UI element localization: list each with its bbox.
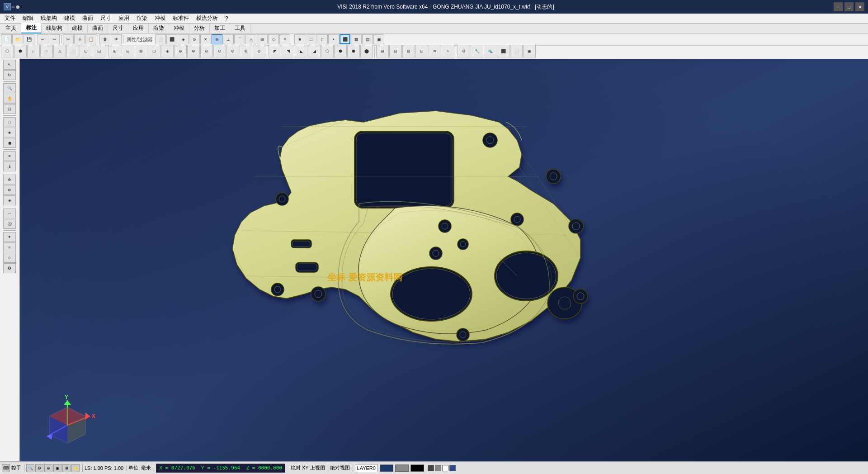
img-btn11[interactable]: ⊛ xyxy=(240,45,252,57)
img-btn1[interactable]: ⊞ xyxy=(108,45,121,57)
tab-render[interactable]: 渲染 xyxy=(149,24,169,33)
lp-pan[interactable]: ✋ xyxy=(3,94,16,104)
snap-nearest[interactable]: ⊞ xyxy=(257,34,268,44)
img-btn7[interactable]: ⊗ xyxy=(187,45,200,57)
tab-machining[interactable]: 加工 xyxy=(210,24,230,33)
menu-file[interactable]: 文件 xyxy=(1,14,19,23)
tb-redo[interactable]: ↪ xyxy=(49,34,60,44)
menu-dimension[interactable]: 尺寸 xyxy=(97,14,115,23)
snap-tangent[interactable]: ⌒ xyxy=(234,34,245,44)
tab-home[interactable]: 主页 xyxy=(1,24,21,33)
img-btn2[interactable]: ⊟ xyxy=(122,45,134,57)
snap-filter-btn[interactable]: ≡ xyxy=(279,34,290,44)
wp-btn4[interactable]: ⊡ xyxy=(415,45,428,57)
menu-standard[interactable]: 标准件 xyxy=(169,14,193,23)
sb-icon6[interactable]: ⭐ xyxy=(71,464,80,472)
menu-stamp[interactable]: 冲模 xyxy=(151,14,169,23)
tb-delete[interactable]: 🗑 xyxy=(99,34,110,44)
filter-vertex[interactable]: ▣ xyxy=(373,34,384,44)
snap-perpend[interactable]: ⊥ xyxy=(223,34,234,44)
filter-surface[interactable]: □ xyxy=(306,34,316,44)
menu-surface[interactable]: 曲面 xyxy=(79,14,97,23)
tb-save[interactable]: 💾 xyxy=(24,34,34,44)
lp-annotation[interactable]: Ⓐ xyxy=(3,219,16,229)
wp-btn1[interactable]: ⊞ xyxy=(376,45,389,57)
wp-btn2[interactable]: ⊟ xyxy=(389,45,402,57)
fill1[interactable] xyxy=(428,465,434,471)
lp-layer[interactable]: ≡ xyxy=(3,151,16,161)
tb-hide[interactable]: 👁 xyxy=(111,34,122,44)
minimize-button[interactable]: ─ xyxy=(834,2,843,11)
img-btn8[interactable]: ⊘ xyxy=(200,45,213,57)
tb-paste[interactable]: 📋 xyxy=(85,34,96,44)
view-btn7[interactable]: ⬣ xyxy=(347,45,360,57)
filter-edge[interactable]: ▤ xyxy=(362,34,373,44)
tab-annotation[interactable]: 标注 xyxy=(21,23,42,33)
view-btn2[interactable]: ◥ xyxy=(282,45,294,57)
shape-btn6[interactable]: ⬜ xyxy=(66,45,79,57)
tb-open[interactable]: 📁 xyxy=(12,34,23,44)
color-swatch2[interactable] xyxy=(395,465,409,472)
lp-fit[interactable]: ⊡ xyxy=(3,104,16,114)
wp-btn5[interactable]: ≋ xyxy=(429,45,441,57)
view-btn4[interactable]: ◢ xyxy=(308,45,321,57)
snap-node[interactable]: ✕ xyxy=(200,34,211,44)
sys-btn4[interactable]: ⬛ xyxy=(497,45,509,57)
lp-zoom[interactable]: 🔍 xyxy=(3,83,16,93)
tab-surface[interactable]: 曲面 xyxy=(88,24,108,33)
lp-snap3[interactable]: ◈ xyxy=(3,195,16,205)
shape-btn7[interactable]: ⊡ xyxy=(80,45,92,57)
menu-wireframe[interactable]: 线架构 xyxy=(37,14,61,23)
lp-misc1[interactable]: ✦ xyxy=(3,232,16,242)
snap-quad[interactable]: ◇ xyxy=(268,34,279,44)
shape-btn4[interactable]: ○ xyxy=(40,45,53,57)
tb-new[interactable]: 📄 xyxy=(1,34,12,44)
fill4[interactable] xyxy=(449,465,456,471)
viewport[interactable]: 坐标 爱资源资料网 X Y xyxy=(20,59,868,461)
color-swatch3[interactable] xyxy=(410,465,424,472)
tab-modeling[interactable]: 建模 xyxy=(67,24,88,33)
tb-undo[interactable]: ↩ xyxy=(38,34,48,44)
view-btn3[interactable]: ◣ xyxy=(295,45,307,57)
img-btn4[interactable]: ⊡ xyxy=(148,45,160,57)
filter-wire[interactable]: ◻ xyxy=(317,34,328,44)
restore-button[interactable]: □ xyxy=(844,2,854,11)
lp-misc3[interactable]: ✩ xyxy=(3,253,16,263)
tab-application[interactable]: 应用 xyxy=(128,24,149,33)
sys-btn6[interactable]: ▣ xyxy=(523,45,536,57)
menu-model[interactable]: 建模 xyxy=(61,14,79,23)
view-btn1[interactable]: ◤ xyxy=(269,45,281,57)
img-btn10[interactable]: ⊚ xyxy=(226,45,239,57)
lp-snap1[interactable]: ⊕ xyxy=(3,175,16,185)
img-btn5[interactable]: ◈ xyxy=(161,45,174,57)
tab-tools[interactable]: 工具 xyxy=(230,24,250,33)
sys-btn1[interactable]: ⚙ xyxy=(458,45,470,57)
snap-all[interactable]: ⬜ xyxy=(155,34,166,44)
sb-icon3[interactable]: ⊕ xyxy=(44,464,52,472)
menu-help[interactable]: ? xyxy=(222,14,232,23)
menu-edit[interactable]: 编辑 xyxy=(19,14,37,23)
shape-btn3[interactable]: ▭ xyxy=(27,45,40,57)
sb-icon2[interactable]: ⚙ xyxy=(35,464,43,472)
tab-punch[interactable]: 冲模 xyxy=(169,24,189,33)
lp-misc2[interactable]: ✧ xyxy=(3,242,16,252)
sys-btn3[interactable]: 🔩 xyxy=(484,45,496,57)
shape-btn8[interactable]: ◱ xyxy=(93,45,105,57)
filter-solid[interactable]: ■ xyxy=(294,34,305,44)
tb-cut[interactable]: ✂ xyxy=(63,34,74,44)
lp-rotate[interactable]: ↻ xyxy=(3,70,16,80)
sb-icon4[interactable]: ▣ xyxy=(53,464,61,472)
lp-snap2[interactable]: ⊗ xyxy=(3,185,16,195)
lp-select[interactable]: ↖ xyxy=(3,60,16,70)
filter-face[interactable]: ▦ xyxy=(351,34,362,44)
menu-render[interactable]: 渲染 xyxy=(133,14,151,23)
lp-wire[interactable]: □ xyxy=(3,117,16,127)
lp-prop[interactable]: ℹ xyxy=(3,161,16,171)
shape-btn2[interactable]: ⬟ xyxy=(14,45,27,57)
filter-point[interactable]: • xyxy=(328,34,339,44)
menu-flow[interactable]: 模流分析 xyxy=(193,14,222,23)
fill3[interactable] xyxy=(442,465,448,471)
tab-analysis[interactable]: 分析 xyxy=(189,24,210,33)
sys-btn5[interactable]: ⬜ xyxy=(510,45,523,57)
tb-copy[interactable]: ⎘ xyxy=(74,34,85,44)
